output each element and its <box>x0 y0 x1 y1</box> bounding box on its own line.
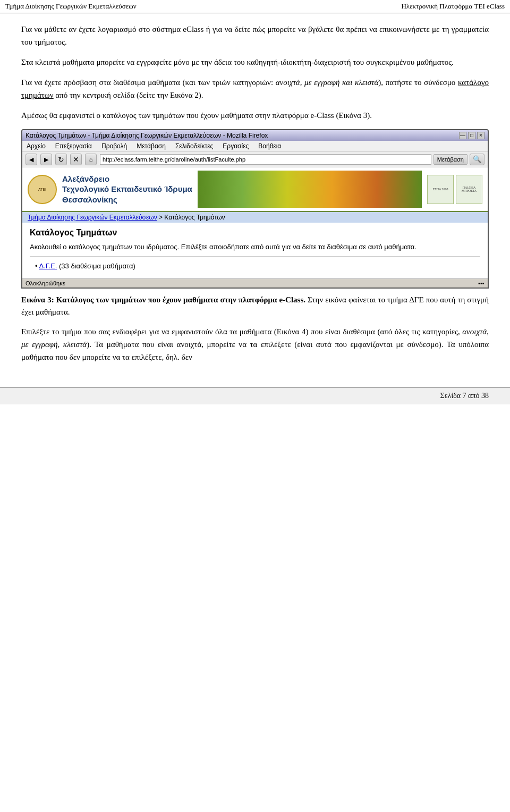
browser-statusbar: Ολοκληρώθηκε ▪▪▪ <box>22 278 488 287</box>
university-seal: ATEI <box>28 175 57 204</box>
site-banner <box>198 171 422 208</box>
menu-go[interactable]: Μετάβαση <box>134 141 168 151</box>
maximize-button[interactable]: □ <box>468 132 475 139</box>
paragraph-last: Επιλέξτε το τμήμα που σας ενδιαφέρει για… <box>21 325 489 363</box>
page-header: Τμήμα Διοίκησης Γεωργικών Εκμεταλλεύσεων… <box>0 0 510 13</box>
paragraph-3: Για να έχετε πρόσβαση στα διαθέσιμα μαθή… <box>21 76 489 102</box>
stop-button[interactable]: ✕ <box>70 154 82 165</box>
catalog-list-item: • Δ.Γ.Ε. (33 διαθέσιμα μαθήματα) <box>30 262 480 270</box>
forward-button[interactable]: ▶ <box>40 154 52 165</box>
breadcrumb-current: Κατάλογος Τμημάτων <box>164 214 225 221</box>
paragraph-2: Στα κλειστά μαθήματα μπορείτε να εγγραφε… <box>21 56 489 69</box>
menu-file[interactable]: Αρχείο <box>24 141 48 151</box>
browser-title: Κατάλογος Τμημάτων - Τμήμα Διοίκησης Γεω… <box>26 132 268 139</box>
status-icon: ▪▪▪ <box>478 280 484 286</box>
header-left: Τμήμα Διοίκησης Γεωργικών Εκμεταλλεύσεων <box>5 2 137 11</box>
page-number: Σελίδα 7 από 38 <box>440 392 489 400</box>
home-button[interactable]: ⌂ <box>85 154 97 165</box>
figure-caption: Εικόνα 3: Κατάλογος των τμημάτων που έχο… <box>21 294 489 318</box>
university-name: Αλεξάνδρειο Τεχνολογικό Εκπαιδευτικό Ίδρ… <box>62 174 192 205</box>
address-input[interactable] <box>100 154 431 165</box>
catalog-intro: Ακολουθεί ο κατάλογος τμημάτων του ιδρύμ… <box>30 243 480 257</box>
catalog-title: Κατάλογος Τμημάτων <box>30 228 480 238</box>
window-controls[interactable]: — □ × <box>459 132 484 139</box>
search-icon[interactable]: 🔍 <box>470 154 484 165</box>
espa-logo: ΕΣΠΑ 2008 <box>427 175 454 204</box>
catalog-area: Κατάλογος Τμημάτων Ακολουθεί ο κατάλογος… <box>22 223 488 278</box>
breadcrumb-bar: Τμήμα Διοίκησης Γεωργικών Εκμεταλλεύσεων… <box>22 212 488 223</box>
back-button[interactable]: ◀ <box>26 154 37 165</box>
address-bar-container: Μετάβαση 🔍 <box>100 154 484 165</box>
reload-button[interactable]: ↻ <box>55 154 67 165</box>
go-button[interactable]: Μετάβαση <box>434 154 468 165</box>
browser-window: Κατάλογος Τμημάτων - Τμήμα Διοίκησης Γεω… <box>21 129 489 289</box>
dge-link[interactable]: Δ.Γ.Ε. <box>39 262 57 270</box>
caption-bold: Εικόνα 3: Κατάλογος των τμημάτων που έχο… <box>21 295 305 304</box>
menu-bookmarks[interactable]: Σελιδοδείκτες <box>173 141 215 151</box>
menu-tools[interactable]: Εργασίες <box>220 141 251 151</box>
paideia-logo: ΠΑΙΔΕΙΑΜΠΡΟΣΤΑ <box>456 175 482 204</box>
status-text: Ολοκληρώθηκε <box>26 280 65 286</box>
menu-help[interactable]: Βοήθεια <box>256 141 283 151</box>
logos-right: ΕΣΠΑ 2008 ΠΑΙΔΕΙΑΜΠΡΟΣΤΑ <box>427 175 482 204</box>
minimize-button[interactable]: — <box>459 132 466 139</box>
browser-menubar[interactable]: Αρχείο Επεξεργασία Προβολή Μετάβαση Σελι… <box>22 141 488 152</box>
menu-edit[interactable]: Επεξεργασία <box>53 141 94 151</box>
breadcrumb-link[interactable]: Τμήμα Διοίκησης Γεωργικών Εκμεταλλεύσεων <box>28 214 157 221</box>
site-header: ATEI Αλεξάνδρειο Τεχνολογικό Εκπαιδευτικ… <box>22 167 488 212</box>
menu-view[interactable]: Προβολή <box>99 141 129 151</box>
main-content: Για να μάθετε αν έχετε λογαριασμό στο σύ… <box>0 13 510 376</box>
browser-toolbar: ◀ ▶ ↻ ✕ ⌂ Μετάβαση 🔍 <box>22 152 488 167</box>
breadcrumb-separator: > <box>159 214 164 221</box>
dge-count: (33 διαθέσιμα μαθήματα) <box>57 262 135 270</box>
close-button[interactable]: × <box>477 132 484 139</box>
browser-content: ATEI Αλεξάνδρειο Τεχνολογικό Εκπαιδευτικ… <box>22 167 488 278</box>
page-footer: Σελίδα 7 από 38 <box>0 387 510 404</box>
paragraph-1: Για να μάθετε αν έχετε λογαριασμό στο σύ… <box>21 23 489 48</box>
paragraph-4: Αμέσως θα εμφανιστεί ο κατάλογος των τμη… <box>21 109 489 122</box>
browser-titlebar: Κατάλογος Τμημάτων - Τμήμα Διοίκησης Γεω… <box>22 130 488 141</box>
header-right: Ηλεκτρονική Πλατφόρμα TEI eClass <box>401 2 505 11</box>
